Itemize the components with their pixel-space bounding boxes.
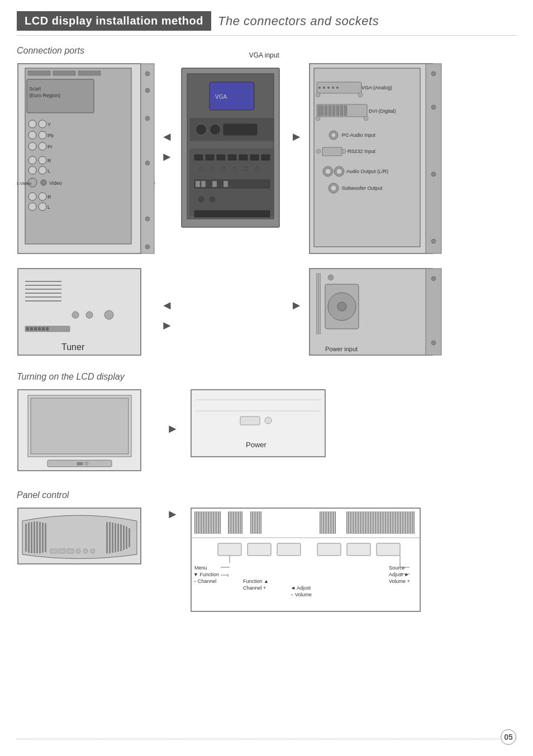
svg-point-65 [211,167,214,170]
svg-rect-183 [117,524,119,552]
svg-rect-195 [194,511,196,534]
svg-rect-62 [250,155,259,160]
svg-rect-190 [67,549,74,553]
header-left-text: LCD display installation method [17,11,211,31]
bottom-dotted-line [17,739,499,739]
svg-text:▼ Function: ▼ Function [193,572,219,577]
power-svg: Power input [308,267,459,360]
svg-rect-246 [361,511,363,534]
svg-rect-262 [388,511,389,534]
svg-rect-187 [129,528,130,547]
svg-point-192 [83,549,88,553]
svg-point-157 [431,341,436,345]
svg-rect-162 [77,462,83,465]
svg-rect-257 [380,511,381,534]
panel-arrow: ► [166,507,179,527]
svg-rect-258 [382,511,383,534]
svg-point-15 [39,142,46,150]
svg-rect-251 [370,511,371,534]
vga-svg: VGA [179,63,285,255]
svg-point-18 [39,156,46,164]
svg-rect-228 [321,511,322,534]
svg-text:(Euro Region): (Euro Region) [29,93,60,98]
svg-point-120 [331,185,336,191]
svg-rect-275 [410,511,411,534]
page-number: 05 [501,729,516,745]
turning-on-arrow: ► [166,422,179,447]
svg-rect-253 [373,511,374,534]
svg-rect-140 [30,327,33,331]
svg-rect-176 [39,522,41,553]
svg-point-68 [244,167,248,170]
power-control-diagram: Power [190,389,349,480]
svg-rect-141 [34,327,37,331]
svg-point-168 [265,417,272,424]
svg-point-114 [325,169,331,174]
svg-point-78 [210,197,215,202]
page-container: LCD display installation method The conn… [0,0,533,756]
svg-rect-267 [397,511,398,534]
svg-rect-222 [254,511,255,534]
svg-text:R: R [47,158,51,164]
svg-rect-123 [426,64,441,253]
svg-point-21 [39,166,46,174]
svg-point-91 [358,93,363,97]
svg-rect-248 [365,511,366,534]
svg-rect-221 [252,511,253,534]
svg-rect-73 [207,181,211,187]
svg-rect-60 [228,155,236,160]
svg-point-27 [39,193,46,200]
svg-rect-189 [59,549,65,553]
svg-point-30 [39,203,46,210]
svg-point-67 [233,167,236,170]
svg-text:Tuner: Tuner [61,342,85,352]
page-header: LCD display installation method The conn… [17,11,516,36]
svg-rect-283 [347,543,370,556]
svg-rect-256 [378,511,379,534]
svg-rect-236 [335,511,336,534]
svg-rect-245 [360,511,361,534]
svg-point-69 [255,167,259,170]
svg-rect-175 [36,521,38,553]
svg-point-191 [76,549,80,553]
svg-point-109 [316,149,321,154]
svg-text:Power input: Power input [325,346,358,352]
svg-point-163 [85,462,88,465]
svg-rect-230 [325,511,326,534]
svg-rect-184 [120,524,122,551]
svg-rect-218 [240,511,241,534]
svg-point-136 [86,312,93,318]
tuner-svg: Tuner [17,267,155,360]
turning-on-section: Turning on the LCD display ► [17,372,516,480]
svg-point-124 [431,71,436,76]
svg-point-87 [336,87,339,89]
turning-on-row: ► Power [17,389,516,480]
svg-rect-99 [344,106,347,116]
svg-rect-213 [231,511,232,534]
svg-point-83 [318,87,321,89]
panel-control-row: ► [17,507,516,618]
svg-rect-182 [115,523,116,552]
svg-rect-61 [239,155,248,160]
svg-point-64 [199,167,203,170]
svg-rect-214 [233,511,234,534]
svg-point-105 [331,133,336,137]
svg-rect-144 [46,327,49,331]
svg-rect-264 [392,511,393,534]
svg-point-42 [145,71,150,76]
svg-point-86 [332,87,334,89]
svg-rect-57 [194,155,203,160]
svg-rect-270 [402,511,403,534]
svg-rect-74 [212,181,217,187]
right-ports-svg: VGA (Analog) DVI (Digital) [308,63,459,255]
svg-point-156 [431,276,436,281]
svg-rect-199 [201,511,202,534]
svg-rect-238 [348,511,349,534]
svg-point-47 [145,245,150,249]
svg-point-11 [28,131,36,139]
svg-point-43 [145,88,150,93]
svg-rect-70 [194,180,270,188]
svg-rect-186 [126,527,127,549]
svg-rect-160 [31,398,129,454]
connector-svg: Scart (Euro Region) Y Pb Pr R [17,63,155,255]
